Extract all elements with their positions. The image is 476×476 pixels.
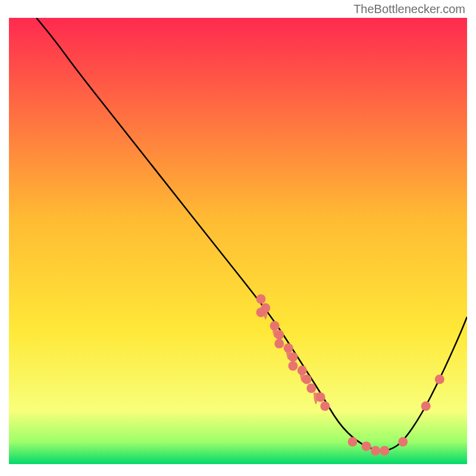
chart-svg (9, 18, 467, 464)
scatter-point (256, 308, 266, 317)
scatter-point (380, 446, 389, 456)
scatter-point (298, 366, 307, 375)
scatter-point (302, 375, 312, 384)
plot-area (9, 18, 467, 464)
scatter-point (274, 330, 284, 340)
scatter-point (435, 375, 444, 384)
scatter-point (320, 402, 330, 411)
scatter-point (270, 321, 280, 331)
scatter-point (288, 352, 298, 362)
scatter-point (362, 441, 371, 451)
scatter-point (348, 437, 358, 447)
scatter-point (284, 343, 293, 353)
scatter-point (398, 437, 408, 447)
gradient-background (9, 18, 467, 464)
scatter-point (306, 384, 316, 393)
scatter-point (274, 339, 284, 349)
scatter-point (316, 393, 325, 402)
watermark-text: TheBottlenecker.com (353, 2, 465, 16)
scatter-point (421, 402, 431, 411)
scatter-point (256, 295, 266, 304)
scatter-point (371, 446, 380, 456)
scatter-point (288, 361, 298, 371)
chart-container: TheBottlenecker.com (0, 0, 476, 476)
